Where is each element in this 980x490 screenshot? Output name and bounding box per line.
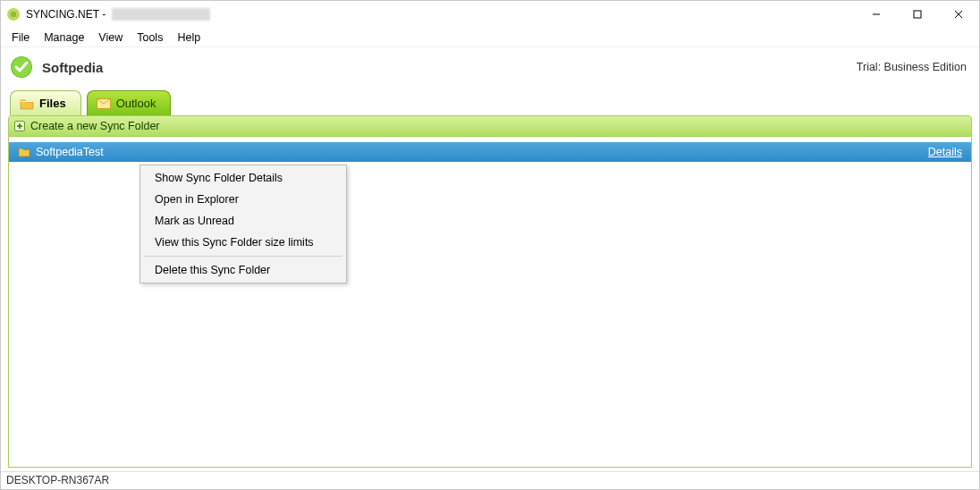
minimize-icon bbox=[872, 10, 881, 19]
tab-files[interactable]: Files bbox=[10, 90, 81, 115]
create-sync-folder-bar[interactable]: Create a new Sync Folder bbox=[8, 115, 972, 137]
maximize-button[interactable] bbox=[897, 1, 938, 28]
menu-file[interactable]: File bbox=[4, 30, 37, 46]
cm-mark-unread[interactable]: Mark as Unread bbox=[142, 210, 344, 232]
window-title: SYNCING.NET - bbox=[26, 8, 856, 21]
tab-outlook-label: Outlook bbox=[116, 97, 156, 110]
folder-icon bbox=[20, 97, 34, 110]
header: Softpedia Trial: Business Edition bbox=[1, 47, 979, 83]
close-button[interactable] bbox=[938, 1, 979, 28]
svg-point-2 bbox=[11, 12, 17, 18]
title-redacted bbox=[112, 8, 210, 21]
window-title-text: SYNCING.NET - bbox=[26, 8, 106, 21]
minimize-button[interactable] bbox=[856, 1, 897, 28]
cm-show-details[interactable]: Show Sync Folder Details bbox=[142, 167, 344, 189]
menu-help[interactable]: Help bbox=[170, 30, 207, 46]
close-icon bbox=[954, 10, 963, 19]
envelope-icon bbox=[97, 97, 111, 110]
sync-folder-name: SoftpediaTest bbox=[36, 146, 928, 158]
tab-files-label: Files bbox=[39, 97, 66, 110]
tabbar: Files Outlook bbox=[1, 89, 979, 115]
menu-view[interactable]: View bbox=[91, 30, 130, 46]
cm-delete-folder[interactable]: Delete this Sync Folder bbox=[142, 259, 344, 281]
titlebar: SYNCING.NET - bbox=[1, 1, 979, 28]
cm-separator bbox=[144, 256, 342, 257]
statusbar-host: DESKTOP-RN367AR bbox=[6, 474, 109, 486]
context-menu: Show Sync Folder Details Open in Explore… bbox=[139, 165, 347, 283]
account-name: Softpedia bbox=[42, 60, 857, 75]
status-ok-icon bbox=[10, 55, 33, 79]
app-logo-icon bbox=[6, 7, 21, 21]
svg-rect-4 bbox=[914, 11, 921, 18]
window-controls bbox=[856, 1, 979, 28]
menu-manage[interactable]: Manage bbox=[37, 30, 91, 46]
cm-view-size-limits[interactable]: View this Sync Folder size limits bbox=[142, 232, 344, 253]
statusbar: DESKTOP-RN367AR bbox=[1, 471, 979, 489]
maximize-icon bbox=[913, 10, 922, 19]
menubar: File Manage View Tools Help bbox=[1, 28, 979, 47]
trial-label: Trial: Business Edition bbox=[857, 61, 967, 73]
sync-folder-row[interactable]: SoftpediaTest Details bbox=[9, 142, 971, 162]
create-sync-folder-label: Create a new Sync Folder bbox=[30, 120, 160, 132]
menu-tools[interactable]: Tools bbox=[130, 30, 170, 46]
cm-open-explorer[interactable]: Open in Explorer bbox=[142, 189, 344, 210]
plus-icon bbox=[14, 121, 25, 131]
sync-folder-icon bbox=[18, 147, 30, 157]
sync-folder-details-link[interactable]: Details bbox=[928, 146, 962, 158]
tab-outlook[interactable]: Outlook bbox=[87, 90, 172, 115]
